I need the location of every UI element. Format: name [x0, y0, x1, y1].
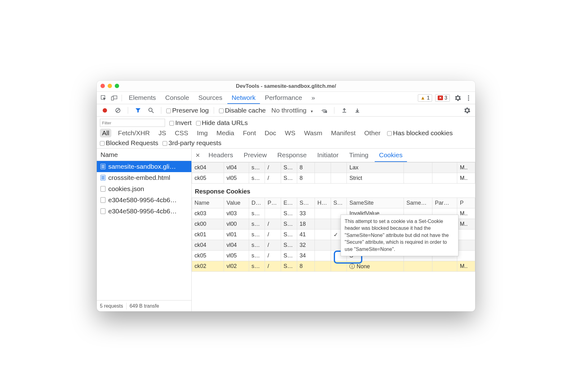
filter-icon[interactable] — [133, 106, 143, 115]
more-tabs-button[interactable]: » — [307, 92, 320, 104]
column-header[interactable]: P — [457, 198, 475, 208]
request-row[interactable]: samesite-sandbox.gli… — [97, 161, 191, 172]
record-button[interactable] — [100, 106, 110, 115]
column-header[interactable]: Name — [192, 198, 224, 208]
import-har-icon[interactable] — [339, 106, 349, 115]
table-cell — [315, 261, 331, 272]
table-cell: M.. — [457, 173, 475, 184]
table-cell: 33 — [297, 208, 315, 219]
tab-network[interactable]: Network — [227, 92, 260, 104]
filter-type-wasm[interactable]: Wasm — [302, 129, 324, 137]
dtab-timing[interactable]: Timing — [345, 149, 373, 162]
column-header[interactable]: P… — [265, 198, 281, 208]
request-name: e304e580-9956-4cb6… — [108, 207, 177, 215]
third-party-checkbox[interactable]: 3rd-party requests — [163, 139, 221, 147]
has-blocked-cookies-checkbox[interactable]: Has blocked cookies — [387, 129, 453, 137]
disable-cache-checkbox[interactable]: Disable cache — [219, 107, 266, 114]
request-row[interactable]: cookies.json — [97, 183, 191, 194]
table-cell: 18 — [297, 219, 315, 229]
request-row[interactable]: crosssite-embed.html — [97, 172, 191, 183]
invert-checkbox[interactable]: Invert — [169, 119, 192, 127]
dtab-headers[interactable]: Headers — [204, 149, 237, 162]
request-list-body[interactable]: samesite-sandbox.gli…crosssite-embed.htm… — [97, 161, 191, 300]
filter-type-css[interactable]: CSS — [173, 129, 190, 137]
filter-type-font[interactable]: Font — [241, 129, 258, 137]
minimize-window-button[interactable] — [108, 84, 112, 88]
table-cell: ck05 — [192, 173, 224, 184]
table-cell: s… — [249, 208, 265, 219]
tab-elements[interactable]: Elements — [124, 92, 160, 104]
network-conditions-icon[interactable] — [319, 106, 329, 115]
table-row[interactable]: ck04vl04s…/S…8LaxM.. — [192, 163, 475, 173]
hide-data-urls-checkbox[interactable]: Hide data URLs — [196, 119, 248, 127]
column-header[interactable]: Same… — [404, 198, 432, 208]
table-cell — [331, 173, 347, 184]
device-toolbar-icon[interactable] — [109, 93, 119, 103]
kebab-menu-icon[interactable] — [463, 93, 473, 103]
table-row[interactable]: ck02vl02s…/S…8ⓘ NoneM.. — [192, 261, 475, 272]
table-cell — [315, 229, 331, 240]
cookies-panel[interactable]: ck04vl04s…/S…8LaxM..ck05vl05s…/S…8Strict… — [192, 162, 475, 311]
request-row[interactable]: e304e580-9956-4cb6… — [97, 194, 191, 206]
export-har-icon[interactable] — [352, 106, 362, 115]
table-cell — [315, 173, 331, 184]
blocked-requests-checkbox[interactable]: Blocked Requests — [100, 139, 158, 147]
table-cell: / — [265, 163, 281, 173]
filter-type-manifest[interactable]: Manifest — [329, 129, 358, 137]
dtab-preview[interactable]: Preview — [239, 149, 271, 162]
throttling-select[interactable]: No throttling ▼ — [269, 107, 316, 114]
column-header[interactable]: Par… — [432, 198, 457, 208]
separator — [161, 107, 161, 114]
column-header[interactable]: SameSite — [347, 198, 404, 208]
err-count: 3 — [445, 95, 447, 101]
table-cell: M.. — [457, 208, 475, 219]
table-cell: S… — [281, 229, 297, 240]
inspect-icon[interactable] — [99, 93, 109, 103]
table-cell: ck02 — [192, 261, 224, 272]
table-cell: S… — [281, 219, 297, 229]
column-header[interactable]: E… — [281, 198, 297, 208]
table-row[interactable]: ck05vl05s…/S…8StrictM.. — [192, 173, 475, 184]
filter-type-img[interactable]: Img — [195, 129, 210, 137]
filter-type-ws[interactable]: WS — [283, 129, 297, 137]
dtab-cookies[interactable]: Cookies — [375, 149, 407, 162]
table-cell — [315, 163, 331, 173]
column-header[interactable]: S… — [297, 198, 315, 208]
tab-sources[interactable]: Sources — [194, 92, 227, 104]
table-cell — [457, 229, 475, 240]
dtab-response[interactable]: Response — [273, 149, 311, 162]
column-header[interactable]: S… — [331, 198, 347, 208]
dtab-initiator[interactable]: Initiator — [313, 149, 343, 162]
filter-type-all[interactable]: All — [100, 129, 111, 137]
table-cell: S… — [281, 261, 297, 272]
settings-icon[interactable] — [453, 93, 463, 103]
close-detail-button[interactable]: ✕ — [193, 152, 202, 159]
errors-badge[interactable]: ✕3 — [435, 94, 450, 102]
filter-input[interactable] — [100, 119, 165, 127]
request-row[interactable]: e304e580-9956-4cb6… — [97, 206, 191, 217]
table-cell: ck04 — [192, 240, 224, 251]
column-header[interactable]: Value — [224, 198, 249, 208]
column-header[interactable]: D… — [249, 198, 265, 208]
close-window-button[interactable] — [101, 84, 105, 88]
tab-console[interactable]: Console — [161, 92, 194, 104]
filter-type-doc[interactable]: Doc — [262, 129, 278, 137]
main-tabstrip: Elements Console Sources Network Perform… — [97, 92, 475, 104]
filter-type-fetch[interactable]: Fetch/XHR — [116, 129, 152, 137]
table-cell: vl03 — [224, 208, 249, 219]
svg-point-8 — [149, 108, 152, 111]
filter-type-other[interactable]: Other — [362, 129, 383, 137]
filter-type-media[interactable]: Media — [214, 129, 236, 137]
search-icon[interactable] — [146, 106, 156, 115]
tab-performance[interactable]: Performance — [261, 92, 306, 104]
clear-button[interactable] — [113, 106, 123, 115]
filter-type-js[interactable]: JS — [156, 129, 168, 137]
preserve-log-checkbox[interactable]: Preserve log — [166, 107, 209, 114]
table-cell — [315, 219, 331, 229]
maximize-window-button[interactable] — [115, 84, 119, 88]
warnings-badge[interactable]: ▲1 — [418, 94, 432, 102]
network-settings-icon[interactable] — [462, 106, 472, 115]
column-header[interactable]: H… — [315, 198, 331, 208]
svg-rect-2 — [111, 97, 114, 100]
table-cell — [432, 163, 457, 173]
